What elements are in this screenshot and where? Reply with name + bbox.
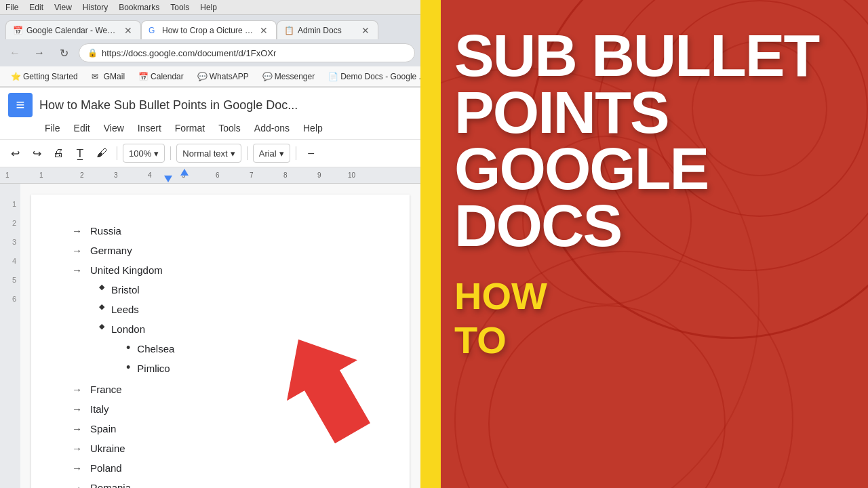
os-menu-help[interactable]: Help [200,3,217,12]
reload-button[interactable]: ↻ [54,43,73,62]
list-text-germany: Germany [90,241,132,260]
paint-format-button[interactable]: 🖌 [92,144,111,163]
arrow-icon-ukraine: → [72,439,82,458]
line-num-13: 6 [0,289,16,308]
bookmark-label-3: Calendar [151,72,184,81]
redo-button[interactable]: ↪ [27,144,46,163]
style-dropdown[interactable]: Normal text ▾ [176,144,241,163]
bookmark-label-5: Messenger [275,72,315,81]
bookmark-label-whatsapp: WhatsAPP [210,72,249,81]
tab-favicon-2: G [149,26,158,35]
promo-line3: GOOGLE [454,140,834,197]
bookmark-label-1: Getting Started [23,72,78,81]
browser-tab-1[interactable]: 📅 Google Calendar - Week of N... ✕ [5,20,141,39]
ruler-mark-4: 3 [114,171,118,179]
ruler-mark-8: 7 [250,171,254,179]
arrow-icon-france: → [72,380,82,399]
line-num-11: 5 [0,270,16,289]
docs-menu-tools[interactable]: Tools [213,120,246,136]
bookmark-demo-docs[interactable]: 📄 Demo Docs - Google ... [323,70,431,83]
os-menubar: File Edit View History Bookmarks Tools H… [0,0,420,15]
doc-page[interactable]: → Russia → Germany → United Kingdom [31,195,410,488]
docs-menu-insert[interactable]: Insert [132,120,167,136]
browser-tab-2[interactable]: G How to Crop a Oicture into a... ✕ [141,20,277,39]
docs-ruler: 1 1 2 3 4 5 6 7 8 9 10 [0,167,420,184]
forward-button[interactable]: → [30,43,49,62]
lock-icon: 🔒 [87,48,98,58]
doc-content-wrapper: 1 2 3 4 5 6 → Russia [0,184,420,488]
os-menu-history[interactable]: History [83,3,108,12]
browser-area: File Edit View History Bookmarks Tools H… [0,0,420,488]
font-dropdown[interactable]: Arial ▾ [253,144,290,163]
list-item-russia: → Russia [72,222,355,240]
bookmark-favicon-3: 📅 [138,72,148,81]
list-text-spain: Spain [90,420,116,438]
tab-close-2[interactable]: ✕ [258,25,269,36]
os-menu-file[interactable]: File [5,3,18,12]
docs-menu-format[interactable]: Format [170,120,210,136]
ruler-mark-11: 10 [348,171,355,179]
zoom-dropdown[interactable]: 100% ▾ [123,144,165,163]
list-item-poland: → Poland [72,459,355,477]
docs-menu-help[interactable]: Help [298,120,328,136]
bookmark-messenger[interactable]: 💬 Messenger [257,70,320,83]
docs-app-icon: ≡ [8,93,33,117]
bullet-icon-chelsea: • [126,340,130,357]
line-numbers: 1 2 3 4 5 6 [0,184,20,488]
tab-favicon-3: 📋 [284,26,294,35]
ruler-triangle-right [180,169,189,176]
style-chevron: ▾ [231,148,235,159]
diamond-icon-bristol: ◆ [99,281,104,294]
undo-button[interactable]: ↩ [5,144,24,163]
list-text-uk: United Kingdom [90,261,163,279]
docs-menu-addons[interactable]: Add-ons [249,120,295,136]
bookmark-getting-started[interactable]: ⭐ Getting Started [5,70,83,83]
arrow-icon-poland: → [72,459,82,477]
list-item-leeds: ◆ Leeds [99,300,355,319]
font-size-decrease-button[interactable]: – [302,144,321,163]
promo-content: SUB BULLET POINTS GOOGLE DOCS How To [420,0,868,488]
uk-sub-list: ◆ Bristol ◆ Leeds ◆ London [99,281,355,338]
bookmark-whatsapp[interactable]: 💬 WhatsAPP [192,70,254,83]
list-item-romania: → Romania [72,479,355,488]
os-menu-edit[interactable]: Edit [29,3,43,12]
list-item-uk: → United Kingdom [72,261,355,279]
bookmark-favicon-6: 📄 [328,72,338,81]
diamond-icon-leeds: ◆ [99,300,104,314]
os-menu-view[interactable]: View [54,3,72,12]
toolbar-sep-4 [296,146,296,160]
docs-menu-edit[interactable]: Edit [68,120,96,136]
line-num-5: 2 [0,214,16,232]
docs-document-title[interactable]: How to Make Sub Bullet Points in Google … [39,98,298,113]
arrow-icon-romania: → [72,479,82,488]
docs-menu-view[interactable]: View [98,120,130,136]
spell-check-button[interactable]: T̲ [71,144,90,163]
bookmark-gmail[interactable]: ✉ GMail [86,70,130,83]
tab-close-1[interactable]: ✕ [123,25,134,36]
bookmark-label-6: Demo Docs - Google ... [340,72,425,81]
print-button[interactable]: 🖨 [49,144,68,163]
list-text-italy: Italy [90,400,109,418]
os-menu-tools[interactable]: Tools [170,3,189,12]
tab-close-3[interactable]: ✕ [360,25,371,36]
address-bar-row: ← → ↻ 🔒 https://docs.google.com/document… [0,39,420,66]
toolbar-sep-2 [170,146,171,160]
back-button[interactable]: ← [5,43,24,62]
browser-tab-3[interactable]: 📋 Admin Docs ✕ [277,20,378,39]
arrow-icon-russia: → [72,222,82,240]
list-text-romania: Romania [90,479,131,488]
font-value: Arial [259,148,277,159]
list-text-ukraine: Ukraine [90,439,125,458]
bookmark-calendar[interactable]: 📅 Calendar [133,70,189,83]
os-menu-bookmarks[interactable]: Bookmarks [119,3,159,12]
docs-menu-file[interactable]: File [39,120,66,136]
ruler-triangle-left [164,176,172,182]
tab-title-2: How to Crop a Oicture into a... [162,26,254,35]
bookmark-favicon-4: 💬 [197,72,207,81]
list-text-leeds: Leeds [111,300,139,319]
list-text-france: France [90,380,122,399]
ruler-mark-1: 1 [5,171,9,179]
bookmarks-bar: ⭐ Getting Started ✉ GMail 📅 Calendar 💬 W… [0,66,420,87]
address-bar[interactable]: 🔒 https://docs.google.com/document/d/1Fx… [79,43,415,62]
list-item-bristol: ◆ Bristol [99,281,355,299]
